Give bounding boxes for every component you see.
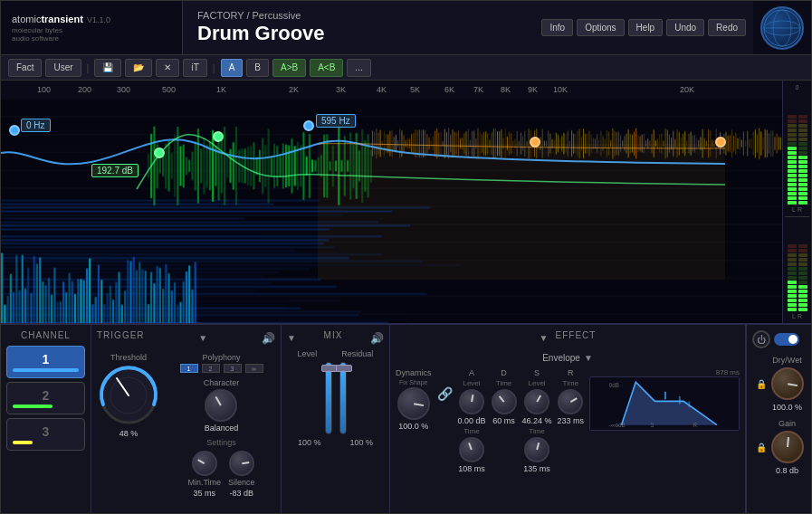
filter-node-yellow-end[interactable] bbox=[715, 137, 726, 148]
d-time-knob[interactable] bbox=[492, 389, 517, 414]
logo-version: V1.1.0 bbox=[87, 15, 110, 24]
preset-a-button[interactable]: A bbox=[221, 59, 244, 77]
filter-node-yellow[interactable] bbox=[530, 137, 540, 148]
fact-button[interactable]: Fact bbox=[8, 59, 42, 77]
character-label: Character bbox=[204, 378, 240, 387]
a-time-knob[interactable] bbox=[459, 437, 484, 462]
filter-node-0hz[interactable] bbox=[9, 125, 20, 136]
silence-knob[interactable] bbox=[229, 451, 254, 476]
filter-node-595hz[interactable] bbox=[303, 120, 314, 131]
preset-b-button[interactable]: B bbox=[246, 59, 269, 77]
power-button[interactable]: ⏻ bbox=[752, 330, 770, 348]
residual-fader[interactable] bbox=[339, 362, 347, 434]
freq-10k: 10K bbox=[553, 85, 568, 94]
vu-out-label: 0 bbox=[796, 84, 799, 90]
drywet-lock-icon[interactable]: 🔒 bbox=[755, 377, 768, 390]
poly-btn-inf[interactable]: ∞ bbox=[245, 364, 263, 373]
mix-title: Mix bbox=[324, 330, 343, 340]
freq-200: 200 bbox=[78, 85, 91, 94]
save-button[interactable]: 💾 bbox=[94, 59, 121, 77]
gain-row: 🔒 Gain 0.8 db bbox=[755, 419, 804, 475]
bottom-panel: Channel 1 2 3 Trigger ▼ 🔊 bbox=[1, 323, 811, 513]
freq-6k: 6K bbox=[444, 85, 454, 94]
svg-text:0dB: 0dB bbox=[609, 382, 619, 388]
min-time-knob[interactable] bbox=[192, 451, 217, 476]
filter-node-green-1[interactable] bbox=[154, 148, 165, 158]
info-button[interactable]: Info bbox=[541, 19, 573, 36]
delete-button[interactable]: ✕ bbox=[156, 59, 179, 77]
character-knob[interactable] bbox=[205, 389, 237, 422]
poly-btn-2[interactable]: 2 bbox=[202, 364, 220, 373]
s-time-knob[interactable] bbox=[524, 437, 549, 462]
freq-tag-595hz: 595 Hz bbox=[316, 114, 356, 128]
envelope-display: 0dB -∞odB S R bbox=[589, 376, 740, 431]
mix-header: ▼ Mix 🔊 bbox=[287, 330, 384, 346]
a-level-label: Level bbox=[463, 379, 480, 387]
toolbar: Fact User | 💾 📂 ✕ iT | A B A>B A<B ... bbox=[1, 55, 811, 81]
balanced-value: Balanced bbox=[205, 424, 239, 433]
effect-section: ▼ Effect Envelope ▼ Dynamics Fix Shape 1… bbox=[390, 325, 746, 513]
mix-dropdown-icon[interactable]: ▼ bbox=[287, 333, 296, 343]
trigger-title: Trigger bbox=[97, 330, 145, 340]
user-button[interactable]: User bbox=[45, 59, 81, 77]
gain-lock-icon[interactable]: 🔒 bbox=[755, 441, 768, 453]
channel-title: Channel bbox=[6, 330, 85, 340]
level-value: 100 % bbox=[298, 438, 321, 447]
envelope-dropdown-icon[interactable]: ▼ bbox=[584, 353, 593, 363]
poly-btn-1[interactable]: 1 bbox=[180, 364, 198, 373]
effect-dropdown-icon[interactable]: ▼ bbox=[540, 333, 549, 343]
redo-button[interactable]: Redo bbox=[708, 19, 746, 36]
envelope-ms-value: 878 ms bbox=[589, 368, 740, 376]
mix-faders bbox=[287, 362, 384, 434]
vu-r-label: R bbox=[798, 206, 802, 213]
logo-atomic: atomic bbox=[12, 14, 41, 24]
channel-3-button[interactable]: 3 bbox=[6, 418, 85, 451]
threshold-knob[interactable] bbox=[97, 364, 160, 427]
svg-rect-13 bbox=[688, 401, 690, 406]
ba-copy-button[interactable]: A<B bbox=[310, 59, 343, 77]
gain-knob[interactable] bbox=[771, 431, 804, 463]
freq-3k: 3K bbox=[336, 85, 346, 94]
trigger-speaker-icon[interactable]: 🔊 bbox=[262, 332, 275, 345]
link-icon[interactable]: 🔗 bbox=[437, 368, 453, 401]
r-time-knob[interactable] bbox=[558, 389, 583, 414]
drywet-row: 🔒 Dry/Wet 100.0 % bbox=[755, 356, 804, 412]
load-button[interactable]: 📂 bbox=[125, 59, 152, 77]
freq-axis: 100 200 300 500 1K 2K 3K 4K 5K 6K 7K 8K … bbox=[1, 81, 782, 99]
s-level-knob[interactable] bbox=[524, 389, 549, 414]
freq-5k: 5K bbox=[410, 85, 420, 94]
adsr-a: A Level 0.00 dB Time 108 ms bbox=[458, 368, 486, 473]
level-fader[interactable] bbox=[325, 362, 332, 434]
channel-1-button[interactable]: 1 bbox=[6, 346, 85, 378]
vu-l-label: L bbox=[792, 206, 796, 213]
drywet-knob[interactable] bbox=[771, 367, 804, 400]
ch1-level-bar bbox=[13, 368, 79, 372]
db-tag: 192.7 dB bbox=[91, 164, 139, 177]
freq-tag-0hz: 0 Hz bbox=[21, 119, 51, 132]
header-buttons: Info Options Help Undo Redo bbox=[534, 1, 753, 54]
poly-btn-3[interactable]: 3 bbox=[224, 364, 242, 373]
a-time-label: Time bbox=[463, 427, 479, 435]
undo-button[interactable]: Undo bbox=[666, 19, 704, 36]
help-button[interactable]: Help bbox=[628, 19, 664, 36]
a-label: A bbox=[469, 368, 474, 377]
drywet-value: 100.0 % bbox=[772, 403, 802, 412]
polyphony-area: Polyphony 1 2 3 ∞ bbox=[167, 353, 275, 373]
filter-node-green-2[interactable] bbox=[213, 131, 224, 142]
s-time-value: 135 ms bbox=[523, 464, 550, 473]
r-time-value: 233 ms bbox=[558, 416, 585, 425]
power-toggle[interactable] bbox=[774, 333, 799, 346]
right-controls: ⏻ 🔒 Dry/Wet 100.0 % 🔒 Gain 0.8 db bbox=[746, 325, 811, 513]
d-time-label: Time bbox=[496, 379, 511, 387]
channel-2-button[interactable]: 2 bbox=[6, 382, 85, 414]
it-button[interactable]: iT bbox=[183, 59, 206, 77]
ab-copy-button[interactable]: A>B bbox=[272, 59, 306, 77]
freq-7k: 7K bbox=[473, 85, 483, 94]
a-level-knob[interactable] bbox=[459, 389, 484, 414]
options-button[interactable]: Options bbox=[577, 19, 624, 36]
dynamics-value: 100.0 % bbox=[398, 422, 428, 431]
more-button[interactable]: ... bbox=[347, 59, 370, 77]
trigger-dropdown-icon[interactable]: ▼ bbox=[198, 333, 207, 343]
dynamics-knob[interactable] bbox=[397, 387, 430, 420]
mix-speaker-icon[interactable]: 🔊 bbox=[370, 332, 384, 345]
